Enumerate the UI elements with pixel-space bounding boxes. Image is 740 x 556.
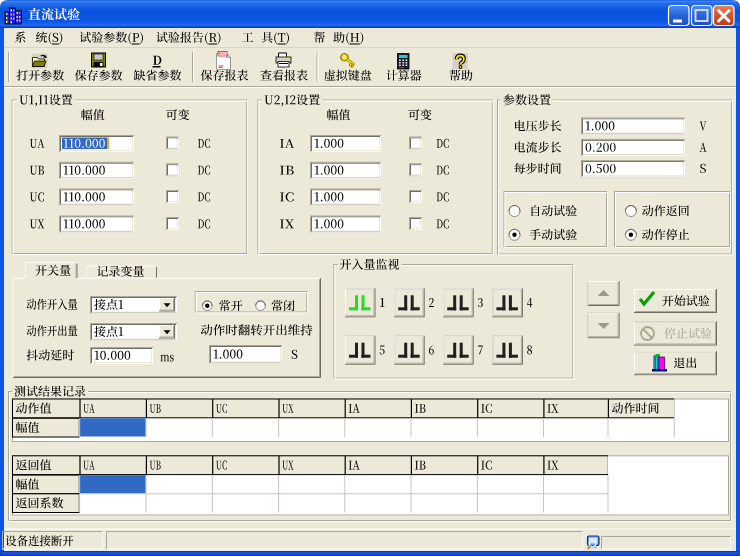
- svg-text:EXL: EXL: [219, 52, 226, 56]
